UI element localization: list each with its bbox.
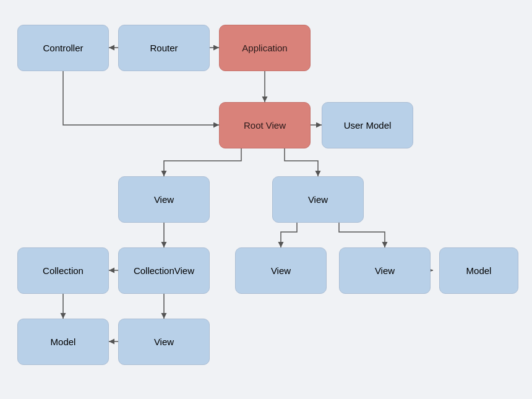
node-usermodel-label: User Model <box>344 120 392 131</box>
node-view-right: View <box>272 176 364 223</box>
node-controller: Controller <box>17 25 109 71</box>
node-collectionview-label: CollectionView <box>134 265 194 276</box>
node-collectionview: CollectionView <box>118 247 210 294</box>
node-view-rl: View <box>235 247 327 294</box>
node-view-left-label: View <box>154 194 174 205</box>
node-view-right-label: View <box>308 194 328 205</box>
node-model-right-label: Model <box>466 265 492 276</box>
node-collection-label: Collection <box>43 265 84 276</box>
node-model-right: Model <box>439 247 518 294</box>
node-usermodel: User Model <box>322 102 413 148</box>
node-view-bottom: View <box>118 319 210 365</box>
node-model-left: Model <box>17 319 109 365</box>
node-controller-label: Controller <box>43 43 83 53</box>
node-view-rr: View <box>339 247 431 294</box>
node-view-left: View <box>118 176 210 223</box>
node-rootview: Root View <box>219 102 311 148</box>
node-collection: Collection <box>17 247 109 294</box>
node-router-label: Router <box>150 43 178 53</box>
node-view-rr-label: View <box>375 265 395 276</box>
node-router: Router <box>118 25 210 71</box>
node-application-label: Application <box>242 43 287 53</box>
node-rootview-label: Root View <box>244 120 286 131</box>
node-view-bottom-label: View <box>154 337 174 347</box>
node-model-left-label: Model <box>51 337 76 347</box>
node-application: Application <box>219 25 311 71</box>
diagram: Controller Router Application Root View … <box>0 0 532 399</box>
node-view-rl-label: View <box>271 265 291 276</box>
